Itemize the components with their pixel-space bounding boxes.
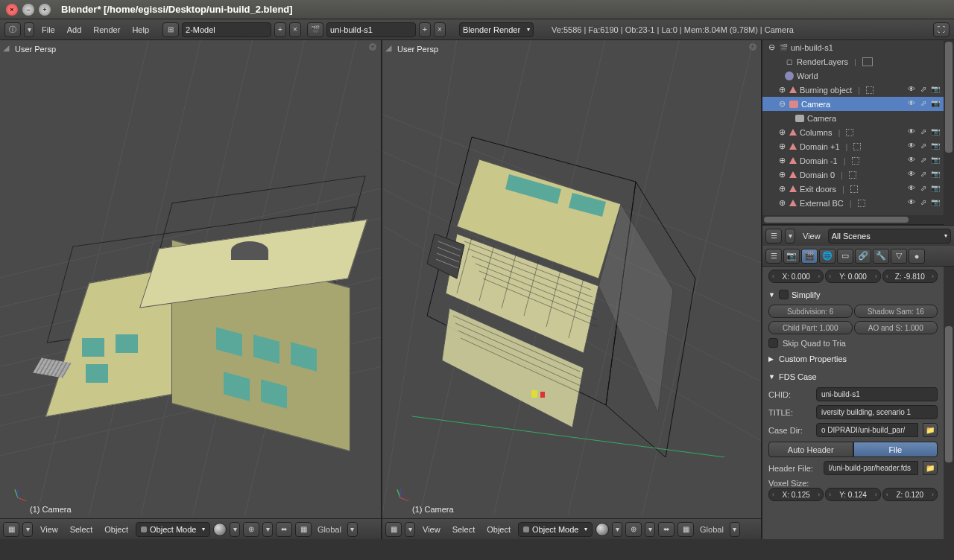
outliner-object-row[interactable]: ⊕ Domain +1 | 👁⬀📷	[762, 139, 944, 153]
file-tab[interactable]: File	[853, 442, 938, 457]
expand-icon[interactable]: ⊕	[779, 85, 786, 95]
headerfile-input[interactable]: l/uni-build-par/header.fds	[824, 461, 918, 475]
outliner-object-row[interactable]: ⊕ Domain -1 | 👁⬀📷	[762, 153, 944, 168]
view-menu[interactable]: View	[36, 523, 63, 536]
chid-input[interactable]: uni-build-s1	[816, 387, 938, 401]
object-menu[interactable]: Object	[482, 523, 515, 536]
disclosure-icon[interactable]: ⊖	[779, 99, 786, 109]
voxel-z-field[interactable]: Z: 0.120	[882, 488, 938, 501]
object-menu[interactable]: Object	[100, 523, 133, 536]
tab-object-icon[interactable]: ▭	[837, 249, 853, 264]
child-particles-field[interactable]: Child Part: 1.000	[768, 321, 853, 334]
selectable-icon[interactable]: ⬀	[918, 198, 929, 209]
render-engine-dropdown[interactable]: Blender Render▾	[459, 22, 534, 37]
visibility-icon[interactable]: 👁	[906, 99, 917, 109]
visibility-icon[interactable]: 👁	[906, 85, 917, 95]
shadow-samples-field[interactable]: Shadow Sam: 16	[854, 305, 938, 318]
collapse-icon[interactable]: ▾	[785, 229, 795, 244]
renderable-icon[interactable]: 📷	[930, 141, 941, 152]
editor-type-icon[interactable]: ▦	[385, 522, 402, 537]
tab-scene-icon[interactable]: 🎬	[801, 249, 818, 264]
renderable-icon[interactable]: 📷	[930, 156, 941, 166]
collapse-menu-icon[interactable]: ▾	[22, 522, 33, 537]
shading-icon[interactable]	[596, 523, 609, 536]
gravity-z-field[interactable]: Z: -9.810	[882, 270, 938, 283]
renderable-icon[interactable]: 📷	[930, 184, 941, 194]
visibility-icon[interactable]: 👁	[906, 184, 917, 194]
pivot-dropdown-icon[interactable]: ▾	[645, 522, 655, 537]
outliner-renderlayers-row[interactable]: ▢ RenderLayers |	[762, 54, 944, 69]
menu-file[interactable]: File	[37, 23, 60, 36]
expand-icon[interactable]: ⛶	[933, 22, 950, 37]
scene-add-button[interactable]: +	[419, 22, 431, 37]
viewport-left[interactable]: ◢ User Persp +	[0, 40, 382, 539]
collapse-icon[interactable]: ▾	[24, 22, 34, 37]
orientation-dropdown-icon[interactable]: ▾	[730, 522, 740, 537]
outliner-object-row[interactable]: ⊕ Domain 0 | 👁⬀📷	[762, 168, 944, 182]
disclosure-icon[interactable]: ▼	[768, 291, 776, 299]
ao-sss-field[interactable]: AO and S: 1.000	[854, 321, 938, 334]
manipulator-icon[interactable]: ⬌	[276, 522, 292, 537]
tab-constraints-icon[interactable]: 🔗	[855, 249, 871, 264]
shading-dropdown-icon[interactable]: ▾	[612, 522, 622, 537]
mode-dropdown[interactable]: Object Mode▾	[518, 522, 593, 537]
casedir-browse-button[interactable]: 📁	[923, 423, 938, 437]
layout-add-button[interactable]: +	[274, 22, 286, 37]
pivot-icon[interactable]: ⊕	[243, 522, 259, 537]
orientation-dropdown-icon[interactable]: ▾	[347, 522, 358, 537]
expand-icon[interactable]: ⊕	[779, 156, 786, 165]
expand-icon[interactable]: ⊕	[779, 141, 786, 151]
renderable-icon[interactable]: 📷	[930, 198, 941, 209]
tab-material-icon[interactable]: ●	[909, 249, 925, 264]
shading-icon[interactable]	[213, 523, 227, 536]
collapse-menu-icon[interactable]: ▾	[405, 522, 415, 537]
skip-quad-checkbox[interactable]	[768, 338, 778, 348]
disclosure-icon[interactable]: ▶	[768, 355, 776, 363]
renderable-icon[interactable]: 📷	[930, 99, 941, 109]
expand-icon[interactable]: ⊕	[779, 170, 786, 179]
headerfile-browse-button[interactable]: 📁	[923, 461, 938, 475]
layout-browse-icon[interactable]: ⊞	[162, 22, 179, 37]
outliner[interactable]: ⊖ 🎬 uni-build-s1 ▢ RenderLayers | World …	[762, 40, 944, 225]
tab-world-icon[interactable]: 🌐	[819, 249, 835, 264]
outliner-camera-row[interactable]: ⊖ Camera 👁⬀📷	[762, 97, 944, 111]
pivot-icon[interactable]: ⊕	[625, 522, 642, 537]
selectable-icon[interactable]: ⬀	[918, 156, 929, 166]
outliner-view-menu[interactable]: View	[798, 229, 825, 243]
selectable-icon[interactable]: ⬀	[918, 127, 929, 138]
selectable-icon[interactable]: ⬀	[918, 184, 929, 194]
visibility-icon[interactable]: 👁	[906, 156, 917, 166]
visibility-icon[interactable]: 👁	[906, 170, 917, 180]
select-menu[interactable]: Select	[66, 523, 98, 536]
pivot-dropdown-icon[interactable]: ▾	[262, 522, 273, 537]
gravity-x-field[interactable]: X: 0.000	[768, 270, 824, 283]
gravity-y-field[interactable]: Y: 0.000	[825, 270, 880, 283]
renderable-icon[interactable]: 📷	[930, 170, 941, 180]
shading-dropdown-icon[interactable]: ▾	[230, 522, 240, 537]
simplify-checkbox[interactable]	[779, 290, 789, 299]
expand-icon[interactable]: ⊕	[779, 127, 786, 137]
view-menu[interactable]: View	[418, 523, 445, 536]
selectable-icon[interactable]: ⬀	[918, 141, 929, 152]
renderable-icon[interactable]: 📷	[930, 127, 941, 138]
window-minimize-button[interactable]: –	[22, 4, 34, 16]
disclosure-icon[interactable]: ⊖	[768, 42, 776, 52]
outliner-scene-row[interactable]: ⊖ 🎬 uni-build-s1	[762, 40, 944, 54]
editor-type-icon[interactable]: ▦	[3, 522, 19, 537]
title-input[interactable]: iversity building, scenario 1	[816, 405, 938, 419]
viewport-right[interactable]: ◢ User Persp +	[382, 40, 762, 539]
fds-header[interactable]: ▼ FDS Case	[768, 370, 938, 384]
selectable-icon[interactable]: ⬀	[918, 85, 929, 95]
disclosure-icon[interactable]: ▼	[768, 373, 776, 381]
tab-data-icon[interactable]: ▽	[891, 249, 907, 264]
outliner-world-row[interactable]: World	[762, 69, 944, 83]
properties-scrollbar[interactable]	[944, 267, 954, 539]
voxel-x-field[interactable]: X: 0.125	[768, 488, 824, 501]
tab-modifiers-icon[interactable]: 🔧	[873, 249, 889, 264]
scene-browse-icon[interactable]: 🎬	[307, 22, 323, 37]
outliner-object-row[interactable]: ⊕ Exit doors | 👁⬀📷	[762, 182, 944, 196]
scene-name-field[interactable]: uni-build-s1	[326, 22, 416, 37]
layers-icon[interactable]: ▦	[677, 522, 694, 537]
custom-props-header[interactable]: ▶ Custom Properties	[768, 352, 938, 366]
orientation-label[interactable]: Global	[315, 525, 344, 534]
